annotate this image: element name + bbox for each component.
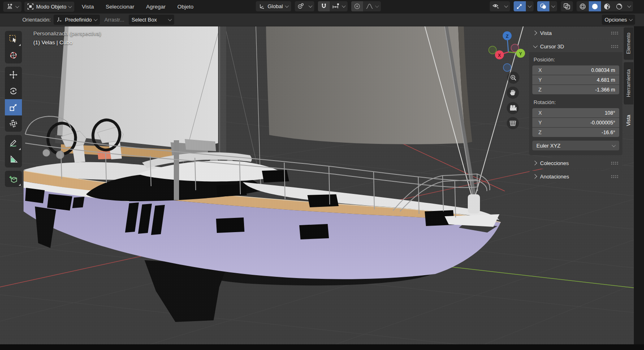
shading-material-button[interactable]	[601, 1, 613, 11]
panel-grip-handle[interactable]	[611, 175, 618, 178]
shading-solid-icon	[591, 3, 599, 10]
mode-label: Modo Objeto	[36, 4, 66, 10]
annotate-icon	[9, 138, 18, 148]
sidebar-tabs: Elemento Herramienta Vista	[624, 27, 634, 136]
cursor-position-y-field[interactable]: Y 4.681 m	[532, 75, 619, 85]
chevron-down-icon	[551, 4, 555, 8]
chevron-down-icon	[308, 4, 312, 8]
gizmo-x-label: X	[498, 53, 501, 58]
cursor-rotation-y-field[interactable]: Y -0.000005°	[532, 118, 619, 127]
cursor-position-z-field[interactable]: Z -1.366 m	[532, 85, 619, 94]
shading-material-icon	[603, 3, 611, 10]
tool-transform[interactable]	[5, 115, 22, 132]
shading-rendered-button[interactable]	[613, 1, 625, 11]
chevron-down-icon	[533, 43, 538, 48]
panel-vista-header[interactable]: Vista	[529, 27, 622, 39]
menu-seleccionar[interactable]: Seleccionar	[101, 2, 139, 12]
proportional-editing-toggle[interactable]	[351, 1, 363, 11]
tool-measure[interactable]	[5, 151, 22, 167]
tab-vista[interactable]: Vista	[624, 107, 633, 134]
mode-selector[interactable]: Modo Objeto	[24, 2, 74, 12]
chevron-down-icon	[15, 4, 19, 8]
chevron-down-icon	[627, 4, 631, 8]
zoom-button[interactable]	[507, 72, 519, 84]
menu-agregar[interactable]: Agregar	[142, 2, 170, 12]
hull-window	[47, 194, 72, 211]
snapping-controls[interactable]	[318, 1, 348, 11]
toolbar	[5, 31, 22, 190]
view-name-label: Personalizada (perspectiva)	[33, 30, 101, 37]
proportional-editing-controls[interactable]	[351, 1, 381, 11]
add-cube-icon	[9, 174, 18, 184]
tool-move[interactable]	[5, 67, 22, 83]
toggle-perspective-button[interactable]	[507, 117, 519, 129]
cursor-position-x-field[interactable]: X 0.08034 m	[532, 65, 619, 75]
menu-vista[interactable]: Vista	[77, 2, 98, 12]
panel-grip-handle[interactable]	[611, 31, 618, 35]
chevron-down-icon	[375, 4, 379, 8]
tab-herramienta[interactable]: Herramienta	[624, 62, 633, 104]
falloff-selector[interactable]	[363, 1, 381, 11]
chevron-down-icon	[68, 4, 72, 8]
xray-toggle[interactable]	[561, 1, 573, 11]
tool-select-box[interactable]	[5, 31, 22, 47]
object-visibility-selector[interactable]	[490, 1, 510, 11]
gizmos-selector[interactable]	[514, 1, 534, 11]
anchor-fitting	[468, 194, 480, 213]
gizmos-toggle[interactable]	[514, 1, 526, 11]
viewport-shading-group[interactable]	[577, 1, 633, 11]
ortho-grid-icon	[509, 120, 517, 127]
chevron-right-icon	[532, 174, 537, 178]
shading-wireframe-icon	[579, 3, 586, 10]
panel-grip-handle[interactable]	[611, 161, 618, 165]
transform-orientation-selector[interactable]: Global	[256, 1, 291, 11]
panel-grip-handle[interactable]	[611, 45, 618, 48]
snap-with-selector[interactable]	[330, 1, 348, 11]
shading-wireframe-button[interactable]	[577, 1, 589, 11]
transform-orientation-icon	[259, 3, 265, 10]
navigation-gizmo[interactable]: Z X Y	[483, 29, 532, 76]
move-icon	[9, 70, 18, 80]
axis-label: X	[532, 67, 542, 73]
pan-button[interactable]	[507, 87, 519, 99]
transform-preset-icon	[56, 17, 63, 23]
panel-colecciones-header[interactable]: Colecciones	[529, 157, 622, 169]
measure-icon	[9, 154, 18, 164]
panel-colecciones[interactable]: Colecciones	[529, 157, 622, 169]
panel-cursor-3d[interactable]: Cursor 3D Posición: X 0.08034 m Y 4.681 …	[529, 41, 622, 155]
axis-label: X	[532, 110, 542, 116]
overlays-icon	[540, 3, 547, 10]
select-box-icon	[9, 34, 18, 44]
options-dropdown[interactable]: Opciones	[602, 15, 635, 25]
menu-objeto[interactable]: Objeto	[173, 2, 198, 12]
gizmo-neg-y-ball[interactable]	[489, 46, 497, 54]
shading-solid-button[interactable]	[589, 1, 601, 11]
tool-scale[interactable]	[5, 99, 22, 115]
tool-cursor-3d[interactable]	[5, 47, 22, 63]
chevron-down-icon	[285, 4, 289, 8]
panel-vista[interactable]: Vista	[529, 27, 622, 39]
axis-value: 0.08034 m	[591, 67, 619, 73]
gizmo-neg-z-ball[interactable]	[504, 64, 511, 72]
rotation-mode-dropdown[interactable]: Euler XYZ	[532, 141, 619, 150]
tool-add-cube[interactable]	[5, 171, 22, 187]
tab-elem ento[interactable]: Elemento	[624, 27, 633, 60]
cursor-rotation-z-field[interactable]: Z -16.6°	[532, 128, 619, 137]
snap-toggle[interactable]	[318, 1, 330, 11]
tool-rotate[interactable]	[5, 83, 22, 99]
panel-cursor-header[interactable]: Cursor 3D	[529, 41, 622, 52]
camera-view-button[interactable]	[507, 102, 519, 114]
panel-anotaciones-header[interactable]: Anotaciones	[529, 171, 622, 182]
overlays-selector[interactable]	[537, 1, 557, 11]
tool-annotate[interactable]	[5, 135, 22, 151]
deck-hatch	[307, 194, 339, 207]
overlays-toggle[interactable]	[537, 1, 549, 11]
deck-hatch	[216, 184, 247, 197]
orientation-preset-dropdown[interactable]: Predefinido	[54, 15, 100, 25]
cursor-rotation-x-field[interactable]: X 108°	[532, 108, 619, 117]
pivot-point-selector[interactable]	[295, 1, 314, 11]
editor-type-button[interactable]	[3, 2, 22, 12]
select-mode-dropdown[interactable]: Select Box	[129, 15, 174, 25]
panel-anotaciones[interactable]: Anotaciones	[529, 171, 622, 182]
gizmos-icon	[516, 3, 523, 10]
